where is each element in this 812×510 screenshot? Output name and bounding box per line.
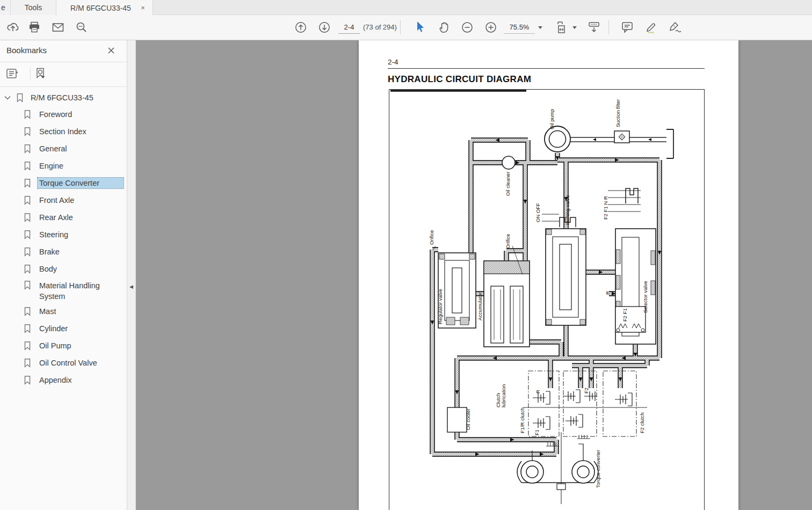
label-f1-clutch: F1	[534, 429, 540, 435]
zoom-out-button[interactable]	[459, 19, 476, 36]
tab-tools[interactable]: Tools	[11, 0, 56, 15]
page-down-icon	[318, 21, 331, 34]
zoom-level-field[interactable]: 75.5%	[504, 21, 535, 34]
bookmark-label: Mast	[38, 306, 124, 317]
tab-document-label: R/M 6FGCU33-45	[70, 4, 131, 12]
gear-position-lines	[608, 188, 641, 212]
label-f2-clutch: F2 clutch	[640, 412, 645, 433]
hand-icon	[438, 21, 450, 34]
options-list-icon	[6, 68, 20, 80]
label-suction-filter: Suction filter	[615, 99, 621, 127]
regulator-valve-symbol	[438, 253, 476, 328]
label-oil-cooler: Oil cooler	[466, 409, 471, 430]
toolbar-divider	[400, 20, 401, 34]
bookmark-icon	[23, 212, 32, 223]
share-button[interactable]	[4, 19, 21, 36]
bookmark-item-rear-axle[interactable]: Rear Axle	[0, 209, 127, 226]
label-f2-f1-port: F2 F1	[622, 308, 628, 322]
bookmark-item-steering[interactable]: Steering	[0, 226, 127, 243]
bookmark-item-general[interactable]: General	[0, 140, 127, 157]
bookmark-item-foreword[interactable]: Foreword	[0, 106, 127, 123]
oil-pump-symbol	[545, 126, 570, 152]
page-fit-button[interactable]	[554, 19, 571, 36]
tab-home-clipped[interactable]: e	[0, 0, 11, 15]
find-current-bookmark-button[interactable]	[33, 67, 48, 82]
label-torque-converter: Torque converter	[596, 450, 601, 488]
bookmark-locate-icon	[34, 67, 48, 81]
bookmark-label: Front Axle	[38, 195, 124, 206]
label-accumulator: Accumulator	[477, 292, 483, 320]
bookmarks-header: Bookmarks	[0, 40, 127, 62]
panel-splitter[interactable]: ◀	[127, 40, 136, 510]
label-oil-pump: Oil pump	[549, 109, 555, 129]
bookmark-item-front-axle[interactable]: Front Axle	[0, 192, 127, 209]
tab-bar: e Tools R/M 6FGCU33-45 ×	[0, 0, 812, 15]
highlight-button[interactable]	[642, 19, 659, 36]
zoom-dropdown-caret[interactable]	[538, 26, 542, 29]
printer-icon	[28, 21, 41, 33]
label-orifice-left: Orifice	[429, 230, 434, 245]
bookmark-icon	[23, 178, 32, 188]
next-page-button[interactable]	[316, 19, 333, 36]
tab-home-label: e	[1, 3, 5, 12]
bookmark-item-oil-control-valve[interactable]: Oil Control Valve	[0, 354, 127, 371]
page-title: HYDRAULIC CIRCUIT DIAGRAM	[388, 74, 531, 85]
bookmark-label: Brake	[38, 246, 124, 257]
pencil-icon	[644, 20, 658, 34]
bookmark-label: General	[38, 143, 124, 154]
divider	[30, 68, 31, 81]
search-icon	[75, 21, 88, 34]
hand-tool-button[interactable]	[436, 19, 453, 36]
pointer-icon	[414, 21, 426, 34]
bookmark-item-appendix[interactable]: Appendix	[0, 371, 127, 389]
bookmark-item-engine[interactable]: Engine	[0, 157, 127, 174]
tab-document[interactable]: R/M 6FGCU33-45 ×	[56, 0, 153, 16]
toolbar-divider	[608, 20, 609, 34]
bookmark-item-oil-pump[interactable]: Oil Pump	[0, 337, 127, 354]
zoom-in-button[interactable]	[482, 19, 499, 36]
bookmarks-tree: R/M 6FGCU33-45 Foreword Section Index Ge…	[0, 90, 127, 389]
bookmark-label: Oil Control Valve	[38, 358, 124, 368]
bookmark-label: Engine	[38, 161, 124, 171]
page-up-icon	[294, 21, 307, 34]
label-selector-valve: Selector valve	[643, 281, 648, 313]
bookmark-item-section-index[interactable]: Section Index	[0, 123, 127, 140]
bookmark-icon	[23, 280, 32, 290]
email-button[interactable]	[49, 19, 67, 36]
comment-button[interactable]	[619, 19, 636, 36]
hydraulic-circuit-diagram: Oil pump Suction filter Oil cleaner Orif…	[389, 89, 705, 510]
select-tool-button[interactable]	[411, 19, 429, 36]
bookmark-label: Oil Pump	[38, 340, 124, 351]
bookmark-item-cylinder[interactable]: Cylinder	[0, 320, 127, 337]
label-f2-plate: F2	[584, 388, 589, 394]
bookmark-item-mast[interactable]: Mast	[0, 303, 127, 320]
page-number-input[interactable]: 2-4	[338, 21, 360, 34]
bookmark-label: Appendix	[38, 375, 124, 385]
bookmarks-close-button[interactable]	[106, 46, 116, 55]
search-button[interactable]	[73, 19, 90, 36]
sidebar-collapse-handle[interactable]: ◀	[128, 281, 135, 293]
bookmark-item-torque-converter[interactable]: Torque Converter	[0, 174, 127, 192]
page-fit-caret[interactable]	[572, 26, 577, 29]
suction-filter-symbol	[614, 131, 629, 143]
print-button[interactable]	[26, 19, 43, 36]
previous-page-button[interactable]	[292, 19, 309, 36]
bookmark-options-button[interactable]	[5, 67, 20, 82]
bookmark-item-body[interactable]: Body	[0, 260, 127, 278]
scroll-page-icon	[587, 20, 601, 34]
inching-valve-symbol	[542, 214, 586, 325]
tab-close-icon[interactable]: ×	[139, 3, 147, 12]
sign-button[interactable]	[666, 19, 683, 36]
oil-cooler-symbol	[447, 407, 467, 432]
page-count-label: (73 of 294)	[363, 21, 397, 34]
bookmark-root[interactable]: R/M 6FGCU33-45	[0, 90, 127, 106]
scrolling-mode-button[interactable]	[585, 19, 603, 36]
bookmark-item-material-handling[interactable]: Material Handling System	[0, 278, 127, 303]
divider	[0, 86, 127, 87]
bookmark-label: Steering	[38, 229, 124, 240]
bookmark-label: Rear Axle	[38, 212, 124, 223]
bookmark-item-brake[interactable]: Brake	[0, 243, 127, 260]
main-toolbar: 2-4 (73 of 294) 75.5%	[0, 15, 812, 40]
selector-valve-symbol	[615, 229, 656, 344]
document-viewport[interactable]: 2-4 HYDRAULIC CIRCUIT DIAGRAM	[136, 40, 812, 510]
